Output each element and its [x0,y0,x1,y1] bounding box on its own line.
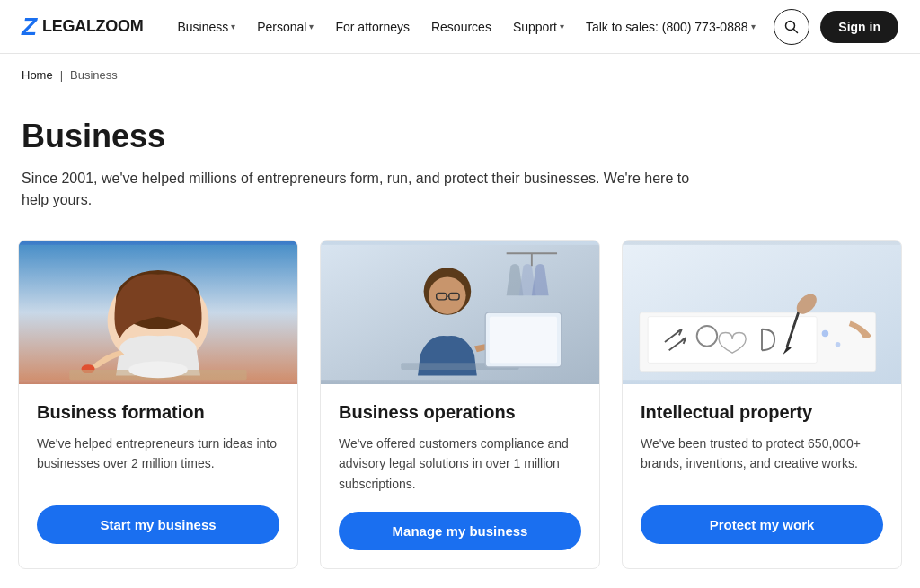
card-desc-1: We've helped entrepreneurs turn ideas in… [37,434,279,487]
search-icon [784,20,799,34]
logo[interactable]: Z LEGALZOOM [22,14,143,39]
cards-section: Business formation We've helped entrepre… [0,240,920,588]
svg-point-26 [822,330,829,338]
card-image-3 [623,241,901,384]
card-desc-2: We've offered customers compliance and a… [339,434,581,494]
card-intellectual-property: Intellectual property We've been trusted… [622,240,902,569]
svg-point-7 [128,361,188,378]
chevron-down-icon: ▾ [751,22,756,31]
cards-grid: Business formation We've helped entrepre… [18,240,902,569]
card-business-operations: Business operations We've offered custom… [320,240,600,569]
breadcrumb-separator: | [60,68,63,82]
card-desc-3: We've been trusted to protect 650,000+ b… [641,434,883,487]
chevron-down-icon: ▾ [560,22,564,31]
chevron-down-icon: ▾ [309,22,314,31]
start-my-business-button[interactable]: Start my business [37,505,279,544]
nav-links: Business ▾ Personal ▾ For attorneys Reso… [168,13,774,41]
nav-personal[interactable]: Personal ▾ [248,13,323,41]
breadcrumb-home[interactable]: Home [22,68,53,82]
nav-resources[interactable]: Resources [422,13,500,41]
card-body-2: Business operations We've offered custom… [321,384,599,568]
svg-point-27 [836,342,841,347]
svg-line-1 [794,29,798,32]
logo-text: LEGALZOOM [42,17,143,36]
svg-point-12 [429,277,465,314]
signin-button[interactable]: Sign in [820,11,898,43]
manage-my-business-button[interactable]: Manage my business [339,512,581,550]
nav-talk-to-sales[interactable]: Talk to sales: (800) 773-0888 ▾ [577,13,765,41]
card-image-2 [321,241,599,384]
card-title-1: Business formation [37,402,279,423]
hero-section: Business Since 2001, we've helped millio… [0,96,920,240]
protect-my-work-button[interactable]: Protect my work [641,505,883,544]
card-illustration-3 [623,241,901,384]
breadcrumb: Home | Business [0,54,920,96]
svg-rect-18 [490,317,557,364]
nav-support[interactable]: Support ▾ [504,13,573,41]
hero-subtitle: Since 2001, we've helped millions of ent… [22,168,704,211]
card-business-formation: Business formation We've helped entrepre… [18,240,298,569]
card-title-3: Intellectual property [641,402,883,423]
navbar: Z LEGALZOOM Business ▾ Personal ▾ For at… [0,0,920,54]
card-title-2: Business operations [339,402,581,423]
card-illustration-2 [321,241,599,384]
svg-rect-21 [648,317,817,364]
chevron-down-icon: ▾ [231,22,235,31]
card-illustration-1 [19,241,297,384]
nav-right: Sign in [774,9,898,45]
page-title: Business [22,118,898,155]
card-image-1 [19,241,297,384]
card-body-1: Business formation We've helped entrepre… [19,384,297,562]
breadcrumb-current: Business [70,68,118,82]
nav-business[interactable]: Business ▾ [168,13,244,41]
search-button[interactable] [774,9,809,45]
nav-for-attorneys[interactable]: For attorneys [326,13,418,41]
card-body-3: Intellectual property We've been trusted… [623,384,901,562]
logo-z-icon: Z [22,14,37,39]
